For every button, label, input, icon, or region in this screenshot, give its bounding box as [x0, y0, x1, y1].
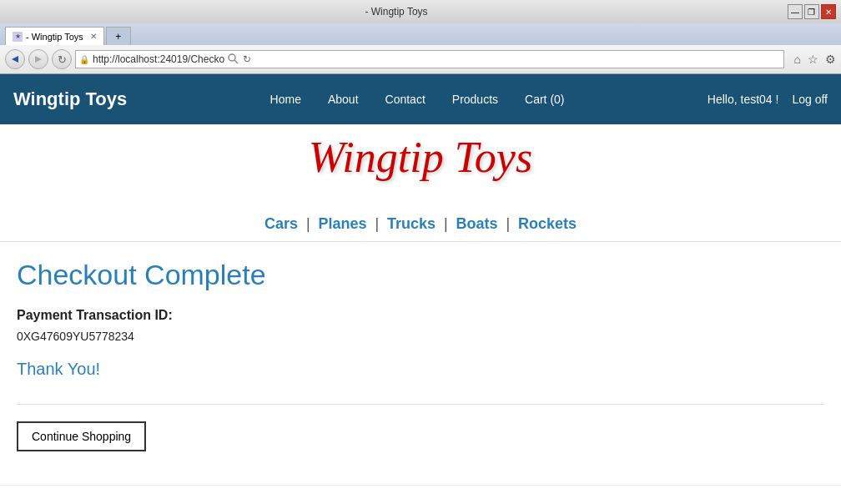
category-nav: Cars | Planes | Trucks | Boats | Rockets — [0, 199, 841, 242]
nav-about[interactable]: About — [315, 74, 372, 124]
category-boats[interactable]: Boats — [451, 215, 503, 232]
site-footer: © 2013 - Wingtip Toys — [0, 485, 841, 504]
tab-bar: ★ - Wingtip Toys ✕ + — [0, 23, 841, 45]
hero-section: Wingtip Toys — [0, 124, 841, 199]
address-bar-url: http://localhost:24019/Checko — [93, 53, 224, 65]
separator-3: | — [444, 215, 448, 232]
nav-home[interactable]: Home — [257, 74, 315, 124]
main-content: Checkout Complete Payment Transaction ID… — [0, 242, 841, 468]
category-rockets[interactable]: Rockets — [513, 215, 582, 232]
minimize-button[interactable]: — — [788, 4, 803, 19]
user-greeting: Hello, test04 ! — [708, 93, 779, 106]
svg-line-3 — [234, 60, 238, 63]
refresh-button[interactable]: ↻ — [52, 49, 72, 69]
toolbar-icons: ⌂ ☆ ⚙ — [794, 53, 836, 66]
continue-shopping-button[interactable]: Continue Shopping — [17, 421, 146, 451]
logoff-link[interactable]: Log off — [792, 93, 828, 106]
address-bar[interactable]: 🔒 http://localhost:24019/Checko ↻ — [75, 50, 784, 68]
window-controls: — ❐ ✕ — [788, 4, 836, 19]
back-button[interactable] — [5, 49, 25, 69]
favorites-icon[interactable]: ☆ — [808, 53, 818, 66]
separator-2: | — [375, 215, 379, 232]
site-header: Wingtip Toys Home About Contact Products… — [0, 74, 841, 124]
tab-close-icon[interactable]: ✕ — [90, 32, 97, 41]
settings-icon[interactable]: ⚙ — [825, 53, 836, 66]
home-icon[interactable]: ⌂ — [794, 53, 801, 66]
site-wrapper: Wingtip Toys Home About Contact Products… — [0, 74, 841, 504]
site-header-right: Hello, test04 ! Log off — [708, 93, 828, 106]
checkout-title: Checkout Complete — [17, 259, 824, 291]
transaction-id: 0XG47609YU5778234 — [17, 330, 824, 343]
forward-button[interactable] — [28, 49, 48, 69]
browser-tab[interactable]: ★ - Wingtip Toys ✕ — [5, 27, 104, 45]
nav-bar: ↻ 🔒 http://localhost:24019/Checko ↻ ⌂ ☆ … — [0, 45, 841, 73]
search-in-bar-icon[interactable] — [228, 53, 239, 65]
payment-label: Payment Transaction ID: — [17, 308, 824, 323]
back-icon — [10, 54, 20, 64]
thank-you-message: Thank You! — [17, 360, 824, 379]
svg-marker-0 — [12, 56, 18, 63]
title-bar: - Wingtip Toys — ❐ ✕ — [0, 0, 841, 23]
forward-icon — [33, 54, 43, 64]
separator-1: | — [306, 215, 310, 232]
site-logo[interactable]: Wingtip Toys — [13, 88, 127, 110]
nav-cart[interactable]: Cart (0) — [511, 74, 577, 124]
svg-marker-1 — [35, 56, 42, 63]
tab-label: - Wingtip Toys — [26, 32, 83, 42]
tab-favicon-icon: ★ — [13, 32, 23, 42]
new-tab-button[interactable]: + — [106, 27, 131, 45]
svg-point-2 — [229, 54, 235, 61]
nav-products[interactable]: Products — [439, 74, 511, 124]
site-nav: Home About Contact Products Cart (0) — [257, 74, 578, 124]
browser-chrome: - Wingtip Toys — ❐ ✕ ★ - Wingtip Toys ✕ … — [0, 0, 841, 74]
restore-button[interactable]: ❐ — [804, 4, 819, 19]
close-button[interactable]: ✕ — [821, 4, 836, 19]
nav-contact[interactable]: Contact — [372, 74, 439, 124]
divider — [17, 404, 824, 405]
address-bar-icon: 🔒 — [79, 55, 89, 64]
category-trucks[interactable]: Trucks — [382, 215, 441, 232]
separator-4: | — [506, 215, 510, 232]
hero-title: Wingtip Toys — [309, 134, 532, 181]
category-planes[interactable]: Planes — [313, 215, 371, 232]
category-cars[interactable]: Cars — [259, 215, 303, 232]
address-bar-refresh-icon[interactable]: ↻ — [243, 53, 251, 65]
window-title: - Wingtip Toys — [365, 6, 427, 18]
